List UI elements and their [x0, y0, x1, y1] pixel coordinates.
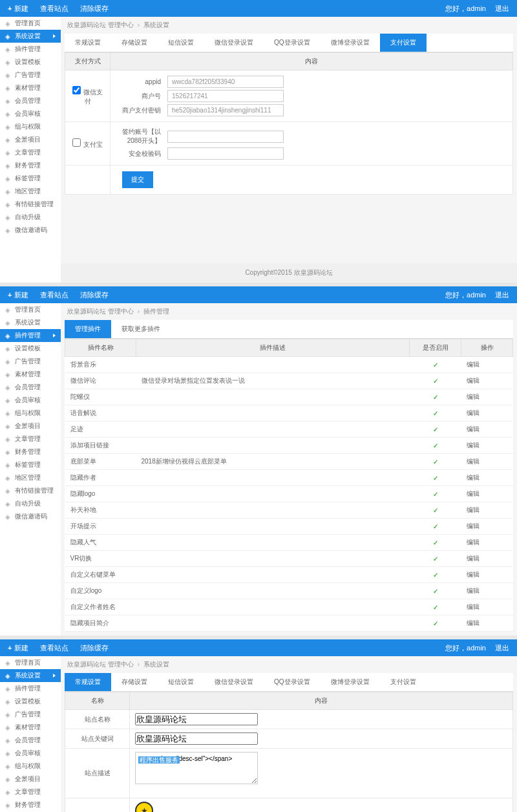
sidebar-item-home[interactable]: ◈管理首页 — [0, 656, 61, 669]
edit-link[interactable]: 编辑 — [467, 571, 480, 578]
tab-3[interactable]: 微信登录设置 — [204, 673, 264, 691]
sidebar-item-member[interactable]: ◈会员管理 — [0, 381, 61, 394]
sidebar-item-pano[interactable]: ◈全景项目 — [0, 773, 61, 785]
sidebar-item-material[interactable]: ◈素材管理 — [0, 721, 61, 734]
edit-link[interactable]: 编辑 — [467, 393, 480, 400]
sidebar-item-invite[interactable]: ◈微信邀请码 — [0, 224, 61, 237]
sidebar-item-gear[interactable]: ◈系统设置 — [0, 316, 61, 329]
edit-link[interactable]: 编辑 — [467, 522, 480, 529]
submit-button[interactable]: 提交 — [122, 171, 153, 188]
new-button[interactable]: +新建 — [8, 4, 28, 14]
merchant-input[interactable] — [167, 90, 284, 102]
sidebar-item-finance[interactable]: ◈财务管理 — [0, 159, 61, 172]
sidebar-item-template[interactable]: ◈设置模板 — [0, 342, 61, 355]
edit-link[interactable]: 编辑 — [467, 490, 480, 497]
sidebar-item-plugin[interactable]: ◈插件管理 — [0, 329, 61, 342]
tab-4[interactable]: QQ登录设置 — [264, 34, 321, 52]
tab-1[interactable]: 存储设置 — [111, 673, 158, 691]
sidebar-item-finance[interactable]: ◈财务管理 — [0, 445, 61, 458]
edit-link[interactable]: 编辑 — [467, 587, 480, 594]
sidebar-item-pano[interactable]: ◈全景项目 — [0, 420, 61, 433]
sidebar-item-invite[interactable]: ◈微信邀请码 — [0, 510, 61, 523]
sidebar-item-article[interactable]: ◈文章管理 — [0, 146, 61, 159]
tab-5[interactable]: 微博登录设置 — [321, 34, 380, 52]
sidebar-item-template[interactable]: ◈设置模板 — [0, 695, 61, 708]
logout-button[interactable]: 退出 — [495, 4, 509, 14]
sidebar-item-ad[interactable]: ◈广告管理 — [0, 69, 61, 81]
sidebar-item-ad[interactable]: ◈广告管理 — [0, 355, 61, 368]
tab-1[interactable]: 获取更多插件 — [111, 320, 171, 338]
edit-link[interactable]: 编辑 — [467, 458, 480, 465]
logout-button[interactable]: 退出 — [495, 290, 509, 300]
wechat-pay-checkbox[interactable] — [72, 86, 81, 94]
logout-button[interactable]: 退出 — [495, 643, 509, 653]
sidebar-item-ad[interactable]: ◈广告管理 — [0, 708, 61, 721]
sidebar-item-gear[interactable]: ◈系统设置 — [0, 30, 61, 43]
sidebar-item-material[interactable]: ◈素材管理 — [0, 368, 61, 381]
tab-2[interactable]: 短信设置 — [158, 34, 204, 52]
tab-5[interactable]: 微博登录设置 — [321, 673, 380, 691]
sidebar-item-article[interactable]: ◈文章管理 — [0, 433, 61, 445]
edit-link[interactable]: 编辑 — [467, 603, 480, 610]
edit-link[interactable]: 编辑 — [467, 474, 480, 481]
alipay-checkbox[interactable] — [72, 138, 81, 147]
sidebar-item-finance[interactable]: ◈财务管理 — [0, 798, 61, 811]
clear-cache-button[interactable]: 清除缓存 — [80, 4, 109, 14]
clear-cache-button[interactable]: 清除缓存 — [80, 643, 109, 653]
edit-link[interactable]: 编辑 — [467, 539, 480, 546]
sidebar-item-home[interactable]: ◈管理首页 — [0, 303, 61, 316]
sidebar-item-upgrade[interactable]: ◈自动升级 — [0, 497, 61, 510]
key-input[interactable] — [167, 104, 284, 116]
sidebar-item-member[interactable]: ◈会员管理 — [0, 734, 61, 747]
edit-link[interactable]: 编辑 — [467, 377, 480, 384]
sidebar-item-upgrade[interactable]: ◈自动升级 — [0, 211, 61, 224]
sidebar-item-gear[interactable]: ◈系统设置 — [0, 669, 61, 682]
edit-link[interactable]: 编辑 — [467, 361, 480, 368]
sidebar-item-article[interactable]: ◈文章管理 — [0, 785, 61, 798]
tab-0[interactable]: 常规设置 — [65, 34, 111, 52]
tab-3[interactable]: 微信登录设置 — [204, 34, 264, 52]
sidebar-item-group[interactable]: ◈组与权限 — [0, 407, 61, 420]
partner-input[interactable] — [167, 131, 284, 143]
edit-link[interactable]: 编辑 — [467, 555, 480, 562]
edit-link[interactable]: 编辑 — [467, 506, 480, 513]
sidebar-item-audit[interactable]: ◈会员审核 — [0, 394, 61, 407]
view-site-button[interactable]: 查看站点 — [40, 290, 69, 300]
edit-link[interactable]: 编辑 — [467, 442, 480, 449]
sidebar-item-material[interactable]: ◈素材管理 — [0, 81, 61, 94]
sidebar-item-link[interactable]: ◈有情链接管理 — [0, 484, 61, 497]
tab-6[interactable]: 支付设置 — [380, 673, 427, 691]
view-site-button[interactable]: 查看站点 — [40, 643, 69, 653]
tab-6[interactable]: 支付设置 — [380, 34, 427, 52]
sitename-input[interactable] — [135, 713, 258, 725]
sidebar-item-link[interactable]: ◈有情链接管理 — [0, 198, 61, 211]
edit-link[interactable]: 编辑 — [467, 409, 480, 416]
sidebar-item-template[interactable]: ◈设置模板 — [0, 56, 61, 69]
sidebar-item-region[interactable]: ◈地区管理 — [0, 185, 61, 198]
sidebar-item-region[interactable]: ◈地区管理 — [0, 471, 61, 484]
sidebar-item-group[interactable]: ◈组与权限 — [0, 120, 61, 133]
sidebar-item-audit[interactable]: ◈会员审核 — [0, 107, 61, 120]
sidebar-item-tag[interactable]: ◈标签管理 — [0, 172, 61, 185]
code-input[interactable] — [167, 147, 284, 160]
sidebar-item-plugin[interactable]: ◈插件管理 — [0, 682, 61, 695]
clear-cache-button[interactable]: 清除缓存 — [80, 290, 109, 300]
tab-2[interactable]: 短信设置 — [158, 673, 204, 691]
tab-4[interactable]: QQ登录设置 — [264, 673, 321, 691]
new-button[interactable]: +新建 — [8, 290, 28, 300]
sidebar-item-tag[interactable]: ◈标签管理 — [0, 458, 61, 471]
sidebar-item-pano[interactable]: ◈全景项目 — [0, 133, 61, 146]
view-site-button[interactable]: 查看站点 — [40, 4, 69, 14]
edit-link[interactable]: 编辑 — [467, 619, 480, 626]
appid-input[interactable] — [167, 76, 284, 88]
tab-0[interactable]: 常规设置 — [65, 673, 111, 691]
sidebar-item-audit[interactable]: ◈会员审核 — [0, 747, 61, 760]
sidebar-item-member[interactable]: ◈会员管理 — [0, 94, 61, 107]
tab-1[interactable]: 存储设置 — [111, 34, 158, 52]
sidebar-item-plugin[interactable]: ◈插件管理 — [0, 43, 61, 56]
edit-link[interactable]: 编辑 — [467, 425, 480, 433]
tab-0[interactable]: 管理插件 — [65, 320, 111, 338]
keywords-input[interactable] — [135, 732, 258, 745]
sidebar-item-home[interactable]: ◈管理首页 — [0, 17, 61, 30]
new-button[interactable]: +新建 — [8, 643, 28, 653]
